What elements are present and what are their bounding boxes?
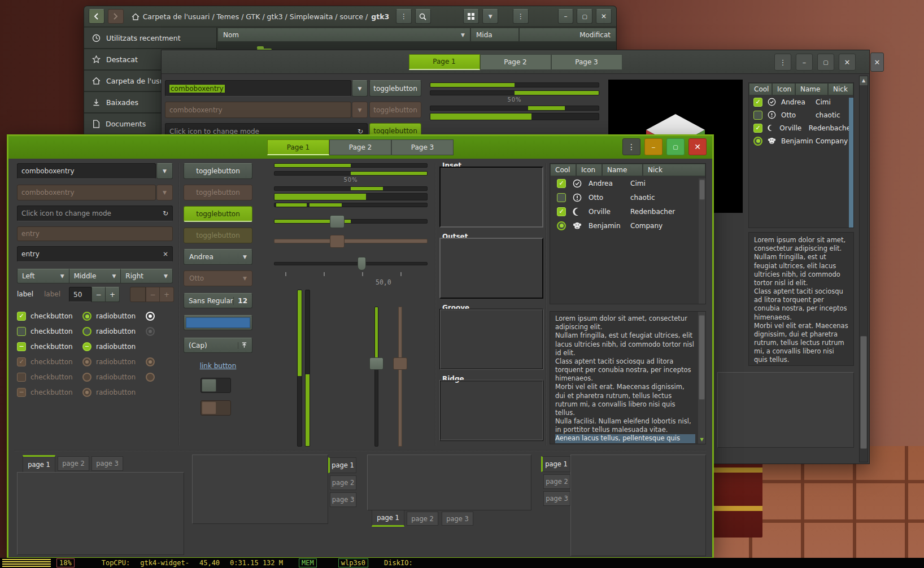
- tab-page2[interactable]: Page 2: [329, 139, 391, 155]
- window-menu-button[interactable]: ⋮: [513, 9, 529, 24]
- tree-scrollbar[interactable]: [699, 178, 705, 304]
- spin-plus-button[interactable]: +: [106, 287, 120, 302]
- tree-scrollbar[interactable]: [849, 98, 853, 228]
- hscale-trough[interactable]: [274, 219, 428, 224]
- togglebutton[interactable]: togglebutton: [184, 163, 252, 179]
- search-button[interactable]: [415, 9, 431, 24]
- breadcrumb[interactable]: Carpeta de l'usuari / Temes / GTK / gtk3…: [132, 12, 390, 21]
- table-row[interactable]: Otto chaotic: [550, 190, 705, 204]
- column-header-name[interactable]: Nom ▼: [217, 28, 470, 42]
- window-menu-button[interactable]: ⋮: [622, 138, 640, 155]
- tab-page2[interactable]: Page 2: [480, 54, 551, 70]
- checkbox-checked[interactable]: ✓: [753, 124, 762, 133]
- file-chooser-button[interactable]: (Cap): [184, 338, 252, 353]
- front-window-titlebar[interactable]: Page 1 Page 2 Page 3 ⋮ – ▢ ✕: [8, 136, 712, 159]
- checkbox-unchecked[interactable]: [557, 193, 566, 202]
- tree-header-icon[interactable]: Icon: [772, 83, 795, 95]
- tree-header-cool[interactable]: Cool: [550, 164, 576, 176]
- hscale-marks-trough[interactable]: [274, 262, 428, 265]
- window-scrollbar[interactable]: ▲: [859, 76, 868, 462]
- vscale-trough[interactable]: [374, 307, 378, 447]
- view-grid-button[interactable]: [463, 9, 479, 24]
- forward-button[interactable]: [108, 9, 124, 24]
- radio-selected[interactable]: [557, 221, 566, 230]
- notebook-right-tab2[interactable]: page 2: [330, 475, 356, 490]
- table-row[interactable]: ✓ Orville Redenbacher: [749, 121, 853, 134]
- treeview[interactable]: Cool Icon Name Nick ✓ Andrea Cimi Otto c…: [748, 82, 854, 228]
- color-button[interactable]: [184, 315, 252, 330]
- radiobutton-unselected[interactable]: radiobutton: [82, 327, 136, 336]
- table-row[interactable]: Benjamin Company: [550, 219, 705, 233]
- tree-header-nick[interactable]: Nick: [643, 164, 705, 176]
- notebook-right-tab3[interactable]: page 3: [330, 492, 356, 507]
- combobox-middle[interactable]: Middle▼: [69, 269, 121, 283]
- table-row[interactable]: Benjamin Company: [749, 134, 853, 147]
- notebook-bottom-tab2[interactable]: page 2: [407, 512, 438, 526]
- hscale-handle[interactable]: [330, 215, 345, 228]
- notebook-bottom-tab3[interactable]: page 3: [442, 512, 473, 526]
- tab-page1[interactable]: Page 1: [267, 139, 329, 155]
- close-button[interactable]: ✕: [839, 54, 856, 71]
- minimize-button[interactable]: –: [644, 138, 663, 155]
- combobox-person[interactable]: Andrea▼: [184, 249, 252, 265]
- checkbox-checked[interactable]: ✓: [753, 98, 762, 107]
- table-row[interactable]: ✓ Andrea Cimi: [749, 95, 853, 108]
- mode-entry[interactable]: Click icon to change mode ↻: [17, 206, 173, 221]
- notebook-bottom-tab1[interactable]: page 1: [372, 510, 404, 527]
- column-header-modified[interactable]: Modificat: [519, 28, 616, 42]
- notebook-top-tab2[interactable]: page 2: [58, 456, 89, 471]
- checkbox-unchecked[interactable]: [753, 111, 762, 120]
- minimize-button[interactable]: –: [558, 9, 574, 24]
- tree-header-nick[interactable]: Nick: [828, 83, 853, 95]
- scroll-up-icon[interactable]: ▲: [860, 76, 868, 85]
- checkbox-checked[interactable]: ✓: [557, 179, 566, 188]
- checkbutton-checked[interactable]: ✓checkbutton: [17, 312, 73, 321]
- entry[interactable]: entry ×: [17, 246, 173, 262]
- maximize-button[interactable]: ▢: [577, 9, 592, 24]
- menu-button[interactable]: ⋮: [396, 9, 412, 24]
- spin-value[interactable]: 50: [69, 287, 91, 302]
- table-row[interactable]: ✓ Orville Redenbacher: [550, 204, 705, 219]
- radio-indicator-dim[interactable]: [146, 327, 155, 336]
- notebook-top-tab1[interactable]: page 1: [23, 455, 55, 472]
- togglebutton-active[interactable]: togglebutton: [184, 206, 252, 222]
- minimize-button[interactable]: –: [796, 54, 813, 71]
- switch-off[interactable]: [201, 378, 231, 393]
- notebook-right-tab1[interactable]: page 1: [328, 457, 356, 473]
- tree-header-name[interactable]: Name: [602, 164, 643, 176]
- font-button[interactable]: Sans Regular 12: [184, 293, 252, 308]
- comboboxentry[interactable]: comboboxentry: [17, 163, 156, 179]
- hscale-marks-handle[interactable]: [358, 257, 366, 270]
- radiobutton-mixed[interactable]: −radiobutton: [82, 342, 136, 351]
- tab-page1[interactable]: Page 1: [409, 54, 480, 70]
- maximize-button[interactable]: ▢: [817, 54, 834, 71]
- tab-page3[interactable]: Page 3: [551, 54, 622, 70]
- spin-minus-button[interactable]: −: [91, 287, 106, 302]
- scroll-down-icon[interactable]: ▼: [698, 436, 705, 444]
- notebook-left-tab2[interactable]: page 2: [543, 474, 570, 489]
- table-row[interactable]: Otto chaotic: [749, 108, 853, 121]
- textview[interactable]: Lorem ipsum dolor sit amet, consectetur …: [550, 311, 706, 444]
- notebook-top-tab3[interactable]: page 3: [91, 456, 123, 471]
- link-button[interactable]: link button: [184, 362, 252, 370]
- radiobutton-selected[interactable]: radiobutton: [82, 312, 136, 321]
- tree-header-name[interactable]: Name: [795, 83, 828, 95]
- combobox-arrow-button[interactable]: ▼: [156, 163, 173, 179]
- radio-indicator-selected[interactable]: [146, 312, 155, 321]
- textview[interactable]: Lorem ipsum dolor sit amet, consectetur …: [748, 232, 854, 366]
- combobox-left[interactable]: Left▼: [17, 269, 69, 283]
- checkbutton-unchecked[interactable]: checkbutton: [17, 327, 73, 336]
- notebook-left-tab1[interactable]: page 1: [541, 456, 570, 472]
- treeview[interactable]: Cool Icon Name Nick ✓ Andrea Cimi Otto c…: [550, 163, 706, 304]
- togglebutton[interactable]: togglebutton: [369, 80, 421, 97]
- table-row[interactable]: ✓ Andrea Cimi: [550, 176, 705, 190]
- column-header-size[interactable]: Mida: [470, 28, 519, 42]
- scrollbar-thumb[interactable]: [699, 315, 705, 400]
- text-scrollbar[interactable]: ▼: [698, 312, 705, 444]
- combobox-arrow-button[interactable]: ▼: [352, 80, 368, 97]
- checkbox-checked[interactable]: ✓: [557, 207, 566, 216]
- tree-header-icon[interactable]: Icon: [576, 164, 602, 176]
- vscale-handle[interactable]: [369, 357, 383, 370]
- background-window-close[interactable]: ✕: [870, 53, 884, 72]
- scrollbar-thumb[interactable]: [699, 180, 705, 200]
